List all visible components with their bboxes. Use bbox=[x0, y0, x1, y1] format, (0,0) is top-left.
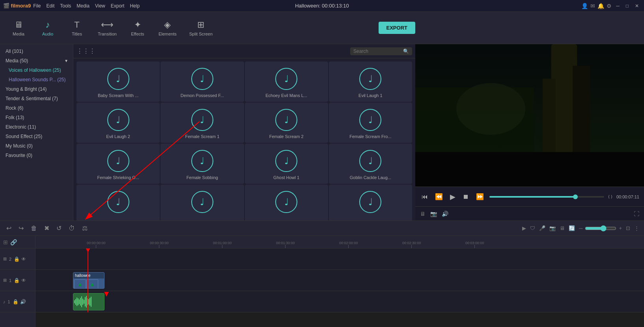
audio-card-female-scream-fro[interactable]: ♩ Female Scream Fro... bbox=[329, 103, 412, 143]
lock-icon[interactable]: 🔒 bbox=[13, 299, 19, 305]
cut-button[interactable]: ✖ bbox=[43, 223, 51, 234]
menu-view[interactable]: View bbox=[95, 3, 105, 9]
sidebar-item-young[interactable]: Young & Bright (14) bbox=[0, 84, 73, 94]
menu-media[interactable]: Media bbox=[77, 3, 90, 9]
audio-card-female-scream-2[interactable]: ♩ Female Scream 2 bbox=[245, 103, 328, 143]
screen-icon[interactable]: 🖥 bbox=[560, 225, 565, 231]
minimize-button[interactable]: ─ bbox=[614, 2, 622, 9]
audio-card-goblin[interactable]: ♩ Goblin Cackle Laug... bbox=[329, 144, 412, 184]
restore-button[interactable]: ↺ bbox=[55, 223, 63, 234]
eye-icon[interactable]: 👁 bbox=[21, 256, 26, 262]
track-label-1: ♪ 1 🔒 🔊 bbox=[0, 291, 35, 312]
toolbar-titles[interactable]: T Titles bbox=[63, 17, 91, 39]
timeline-content: ⊞ 🔗 ⊞ 2 🔒 👁 ⊞ 1 🔒 bbox=[0, 236, 644, 327]
delete-button[interactable]: 🗑 bbox=[29, 223, 39, 234]
sidebar-item-soundeffect[interactable]: Sound Effect (25) bbox=[0, 132, 73, 141]
prev-frame-button[interactable]: ⏪ bbox=[433, 191, 444, 202]
waveform bbox=[73, 293, 104, 310]
audio-note-icon: ♩ bbox=[359, 68, 381, 90]
titles-icon: T bbox=[74, 20, 79, 30]
zoom-slider[interactable] bbox=[585, 225, 616, 232]
refresh-icon[interactable]: 🔄 bbox=[569, 225, 575, 231]
camera-icon[interactable]: 📷 bbox=[430, 211, 437, 217]
play-button[interactable]: ▶ bbox=[448, 191, 457, 203]
audio-card-more-1[interactable]: ♩ bbox=[77, 185, 160, 220]
menu-edit[interactable]: Edit bbox=[47, 3, 55, 9]
toolbar-media[interactable]: 🖥 Media bbox=[5, 17, 32, 39]
eye-icon[interactable]: 👁 bbox=[21, 278, 26, 283]
menu-help[interactable]: Help bbox=[130, 3, 140, 9]
sidebar-item-rock[interactable]: Rock (6) bbox=[0, 103, 73, 113]
ruler-label: 00:01:00:00 bbox=[213, 241, 232, 245]
volume-icon[interactable]: 🔊 bbox=[20, 299, 26, 305]
audio-label: Audio bbox=[42, 32, 53, 36]
rewind-button[interactable]: ⏮ bbox=[420, 192, 429, 202]
fullscreen-icon[interactable]: ⛶ bbox=[634, 211, 639, 217]
audio-card-demon[interactable]: ♩ Demon Possessed F... bbox=[161, 62, 244, 102]
grid-view-icon[interactable]: ⋮⋮⋮ bbox=[77, 47, 95, 55]
ruler-label: 00:00:30:00 bbox=[150, 241, 169, 245]
audio-card-baby-scream[interactable]: ♩ Baby Scream With ... bbox=[77, 62, 160, 102]
tracks-rows: hallowee 🌲 🌲 bbox=[35, 249, 644, 312]
redo-button[interactable]: ↪ bbox=[17, 223, 25, 234]
sidebar-item-voices[interactable]: Voices of Halloween (25) bbox=[0, 65, 73, 75]
notif-icon: 🔔 bbox=[597, 3, 604, 9]
audio-card-evil-laugh-2[interactable]: ♩ Evil Laugh 2 bbox=[77, 103, 160, 143]
export-button[interactable]: EXPORT bbox=[379, 22, 415, 34]
audio-card-echoey[interactable]: ♩ Echoey Evil Mans L... bbox=[245, 62, 328, 102]
audio-card-ghost-howl[interactable]: ♩ Ghost Howl 1 bbox=[245, 144, 328, 184]
menu-export[interactable]: Export bbox=[111, 3, 125, 9]
audio-card-female-shrieking[interactable]: ♩ Female Shrieking O... bbox=[77, 144, 160, 184]
add-track-icon[interactable]: ⊞ bbox=[3, 239, 8, 245]
camera2-icon[interactable]: 📷 bbox=[549, 225, 556, 231]
more-icon[interactable]: ⋮ bbox=[634, 225, 639, 231]
play-timeline-icon[interactable]: ▶ bbox=[522, 225, 526, 231]
stop-button[interactable]: ⏹ bbox=[461, 192, 470, 202]
shield-icon[interactable]: 🛡 bbox=[530, 225, 535, 231]
toolbar-elements[interactable]: ◈ Elements bbox=[153, 17, 182, 39]
sidebar-item-media[interactable]: Media (50) ▾ bbox=[0, 56, 73, 65]
undo-button[interactable]: ↩ bbox=[5, 223, 13, 234]
monitor-icon[interactable]: 🖥 bbox=[420, 211, 426, 217]
sidebar-item-mymusic[interactable]: My Music (0) bbox=[0, 141, 73, 151]
search-input[interactable] bbox=[353, 49, 401, 54]
sidebar-item-favourite[interactable]: Favourite (0) bbox=[0, 151, 73, 160]
track-type-icon: ⊞ bbox=[3, 256, 7, 262]
audio-card-more-4[interactable]: ♩ bbox=[329, 185, 412, 220]
lock-icon[interactable]: 🔒 bbox=[14, 256, 20, 262]
sidebar-item-tender[interactable]: Tender & Sentimental (7) bbox=[0, 94, 73, 103]
ruler-tick-5: 00:02:30:00 bbox=[402, 241, 421, 248]
menu-file[interactable]: File bbox=[33, 3, 41, 9]
audio-note-icon: ♩ bbox=[275, 150, 297, 172]
close-button[interactable]: ✕ bbox=[633, 2, 641, 9]
audio-clip[interactable] bbox=[73, 293, 105, 310]
sidebar-item-folk[interactable]: Folk (13) bbox=[0, 113, 73, 122]
audio-card-more-3[interactable]: ♩ bbox=[245, 185, 328, 220]
next-frame-button[interactable]: ⏩ bbox=[474, 191, 485, 202]
sidebar-item-halloween-sounds[interactable]: Halloween Sounds P... (25) bbox=[0, 75, 73, 84]
audio-card-female-sobbing[interactable]: ♩ Female Sobbing bbox=[161, 144, 244, 184]
toolbar-splitscreen[interactable]: ⊞ Split Screen bbox=[184, 17, 218, 39]
audio-card-more-2[interactable]: ♩ bbox=[161, 185, 244, 220]
maximize-button[interactable]: □ bbox=[624, 2, 631, 9]
audio-card-evil-laugh-1[interactable]: ♩ Evil Laugh 1 bbox=[329, 62, 412, 102]
sidebar-item-all[interactable]: All (101) bbox=[0, 47, 73, 56]
volume-icon[interactable]: 🔊 bbox=[442, 211, 448, 217]
fit-icon[interactable]: ⊡ bbox=[626, 225, 630, 231]
toolbar-transition[interactable]: ⟷ Transition bbox=[92, 17, 122, 39]
mic-icon[interactable]: 🎤 bbox=[539, 225, 545, 231]
toolbar-effects[interactable]: ✦ Effects bbox=[124, 17, 151, 39]
playback-timeline[interactable] bbox=[489, 196, 604, 198]
lock-icon[interactable]: 🔒 bbox=[14, 278, 20, 283]
menu-tools[interactable]: Tools bbox=[60, 3, 71, 9]
link-icon[interactable]: 🔗 bbox=[10, 239, 17, 245]
adjust-button[interactable]: ⚖ bbox=[80, 223, 89, 234]
sidebar-item-electronic[interactable]: Electronic (11) bbox=[0, 122, 73, 132]
toolbar-audio[interactable]: ♪ Audio bbox=[34, 17, 62, 39]
timer-button[interactable]: ⏱ bbox=[67, 223, 77, 234]
video-clip[interactable]: hallowee 🌲 🌲 bbox=[73, 272, 105, 289]
svg-rect-9 bbox=[415, 152, 644, 187]
splitscreen-icon: ⊞ bbox=[197, 20, 204, 30]
effects-label: Effects bbox=[131, 32, 144, 36]
audio-card-female-scream-1[interactable]: ♩ Female Scream 1 bbox=[161, 103, 244, 143]
